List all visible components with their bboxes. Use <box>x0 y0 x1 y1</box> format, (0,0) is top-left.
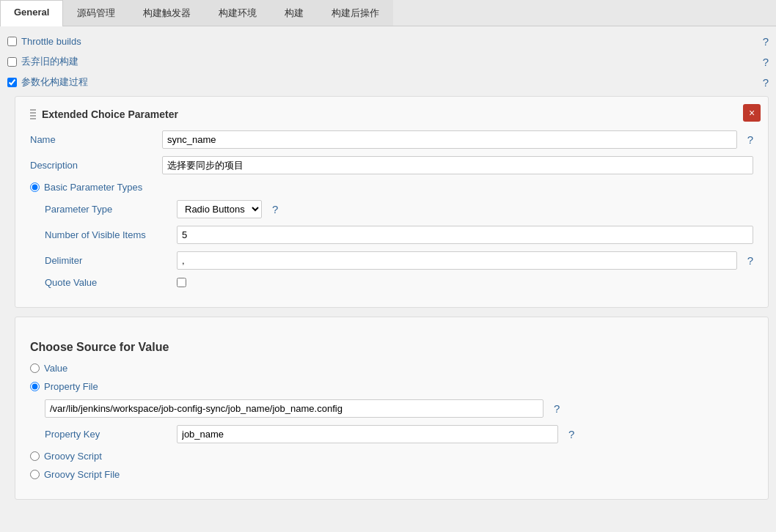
description-label: Description <box>30 160 155 171</box>
basic-param-types-label[interactable]: Basic Parameter Types <box>44 182 142 193</box>
throttle-builds-checkbox[interactable] <box>7 37 17 46</box>
choose-source-heading: Choose Source for Value <box>30 341 753 354</box>
tab-build[interactable]: 构建 <box>271 0 318 26</box>
quote-value-checkbox[interactable] <box>177 278 186 287</box>
name-help-icon[interactable]: ? <box>747 133 753 146</box>
tabs-bar: General 源码管理 构建触发器 构建环境 构建 构建后操作 <box>0 0 776 26</box>
property-file-radio-row: Property File <box>30 381 753 392</box>
tab-build-env[interactable]: 构建环境 <box>205 0 271 26</box>
value-radio-label[interactable]: Value <box>44 363 67 374</box>
groovy-script-radio-row: Groovy Script <box>30 451 753 462</box>
visible-items-input[interactable] <box>177 226 753 244</box>
name-label: Name <box>30 134 155 145</box>
value-radio[interactable] <box>30 363 40 373</box>
tab-build-triggers[interactable]: 构建触发器 <box>129 0 205 26</box>
delimiter-row: Delimiter ? <box>45 251 753 270</box>
tab-source-management[interactable]: 源码管理 <box>63 0 129 26</box>
param-type-row: Parameter Type Radio Buttons Check Boxes… <box>45 200 753 218</box>
panel-title: Extended Choice Parameter <box>30 108 753 120</box>
description-input[interactable] <box>162 156 753 174</box>
property-file-radio-label[interactable]: Property File <box>44 381 98 392</box>
groovy-script-file-radio[interactable] <box>30 470 40 479</box>
close-panel-button[interactable]: × <box>743 104 761 122</box>
delimiter-label: Delimiter <box>45 255 169 266</box>
panel-title-text: Extended Choice Parameter <box>42 108 178 120</box>
parameterize-builds-help-icon[interactable]: ? <box>763 76 769 89</box>
throttle-builds-row: Throttle builds ? <box>7 35 769 48</box>
visible-items-label: Number of Visible Items <box>45 229 169 240</box>
discard-builds-row: 丢弃旧的构建 ? <box>7 55 769 68</box>
groovy-script-file-radio-row: Groovy Script File <box>30 469 753 480</box>
name-input[interactable] <box>162 130 737 149</box>
quote-value-row: Quote Value <box>45 277 753 288</box>
parameterize-builds-row: 参数化构建过程 ? <box>7 75 769 89</box>
property-key-label: Property Key <box>45 429 169 440</box>
param-type-help-icon[interactable]: ? <box>272 203 278 215</box>
groovy-script-file-radio-label[interactable]: Groovy Script File <box>44 469 120 480</box>
tab-post-build[interactable]: 构建后操作 <box>318 0 393 26</box>
main-content: Throttle builds ? 丢弃旧的构建 ? 参数化构建过程 ? × E… <box>0 26 776 525</box>
property-key-help-icon[interactable]: ? <box>568 428 574 440</box>
basic-param-indented: Parameter Type Radio Buttons Check Boxes… <box>45 200 753 288</box>
throttle-builds-help-icon[interactable]: ? <box>763 35 769 48</box>
description-row: Description <box>30 156 753 174</box>
visible-items-row: Number of Visible Items <box>45 226 753 244</box>
property-file-radio[interactable] <box>30 382 40 391</box>
property-key-input[interactable] <box>177 425 558 443</box>
extended-choice-panel: × Extended Choice Parameter Name ? Descr… <box>15 96 769 308</box>
groovy-script-radio[interactable] <box>30 451 40 461</box>
groovy-script-radio-label[interactable]: Groovy Script <box>44 451 102 462</box>
parameterize-builds-checkbox[interactable] <box>7 78 17 87</box>
value-radio-row: Value <box>30 363 753 374</box>
discard-builds-checkbox[interactable] <box>7 57 17 67</box>
name-row: Name ? <box>30 130 753 149</box>
property-key-row: Property Key ? <box>45 425 753 443</box>
delimiter-input[interactable] <box>177 251 737 270</box>
param-type-label: Parameter Type <box>45 204 169 215</box>
basic-param-types-row: Basic Parameter Types <box>30 182 753 193</box>
quote-value-label: Quote Value <box>45 277 169 288</box>
delimiter-help-icon[interactable]: ? <box>747 254 753 267</box>
property-file-path-input[interactable] <box>45 399 543 418</box>
discard-builds-help-icon[interactable]: ? <box>763 56 769 68</box>
throttle-builds-label[interactable]: Throttle builds <box>21 36 81 47</box>
tab-general[interactable]: General <box>0 0 63 26</box>
parameterize-builds-label[interactable]: 参数化构建过程 <box>21 75 88 89</box>
property-file-path-row: ? <box>45 399 753 418</box>
choose-source-panel: Choose Source for Value Value Property F… <box>15 317 769 500</box>
discard-builds-label[interactable]: 丢弃旧的构建 <box>21 55 78 68</box>
property-file-help-icon[interactable]: ? <box>554 402 560 415</box>
param-type-select[interactable]: Radio Buttons Check Boxes Text Box Multi… <box>177 200 262 218</box>
basic-param-types-radio[interactable] <box>30 182 40 192</box>
